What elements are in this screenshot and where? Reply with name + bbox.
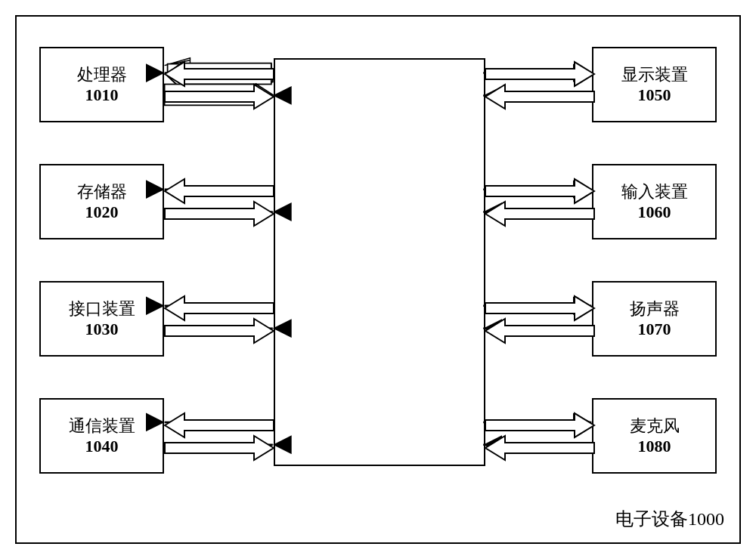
component-processor: 处理器 1010 xyxy=(39,47,164,122)
center-bus xyxy=(274,58,485,466)
svg-marker-24 xyxy=(165,85,274,109)
svg-marker-23 xyxy=(165,62,274,86)
component-interface: 接口装置 1030 xyxy=(39,281,164,357)
memory-name: 存储器 xyxy=(77,181,127,203)
input-name: 输入装置 xyxy=(621,181,688,203)
svg-rect-20 xyxy=(181,63,271,85)
mic-id: 1080 xyxy=(638,437,671,456)
svg-marker-32 xyxy=(165,319,274,343)
processor-name: 处理器 xyxy=(77,64,127,86)
component-display: 显示装置 1050 xyxy=(592,47,717,122)
speaker-id: 1070 xyxy=(638,320,671,339)
svg-marker-36 xyxy=(165,436,274,460)
diagram-container: 处理器 1010 存储器 1020 接口装置 1030 通信装置 1040 显示… xyxy=(15,15,741,544)
svg-marker-30 xyxy=(485,202,594,226)
svg-marker-18 xyxy=(168,62,271,74)
component-comm: 通信装置 1040 xyxy=(39,398,164,474)
interface-id: 1030 xyxy=(85,320,119,339)
svg-marker-16 xyxy=(165,58,273,77)
display-id: 1050 xyxy=(638,85,671,105)
component-memory: 存储器 1020 xyxy=(39,164,164,239)
input-id: 1060 xyxy=(638,202,671,222)
svg-marker-26 xyxy=(485,85,594,109)
comm-id: 1040 xyxy=(85,437,119,456)
interface-name: 接口装置 xyxy=(69,298,135,320)
svg-marker-37 xyxy=(485,413,594,437)
component-mic: 麦克风 1080 xyxy=(592,398,717,474)
svg-marker-33 xyxy=(485,296,594,320)
svg-marker-17 xyxy=(168,63,273,89)
comm-name: 通信装置 xyxy=(69,415,135,437)
display-name: 显示装置 xyxy=(621,64,688,86)
speaker-name: 扬声器 xyxy=(630,298,680,320)
svg-marker-19 xyxy=(168,63,181,85)
svg-marker-29 xyxy=(485,179,594,203)
svg-marker-35 xyxy=(165,413,274,437)
system-label: 电子设备1000 xyxy=(615,507,724,531)
svg-marker-21 xyxy=(256,84,273,105)
svg-marker-27 xyxy=(165,179,274,203)
mic-name: 麦克风 xyxy=(630,415,680,437)
svg-rect-22 xyxy=(165,84,256,105)
svg-marker-25 xyxy=(485,62,594,86)
svg-marker-34 xyxy=(485,319,594,343)
processor-id: 1010 xyxy=(85,85,119,105)
svg-marker-28 xyxy=(165,202,274,226)
svg-marker-31 xyxy=(165,296,274,320)
memory-id: 1020 xyxy=(85,202,119,222)
component-speaker: 扬声器 1070 xyxy=(592,281,717,357)
component-input: 输入装置 1060 xyxy=(592,164,717,239)
svg-marker-38 xyxy=(485,436,594,460)
